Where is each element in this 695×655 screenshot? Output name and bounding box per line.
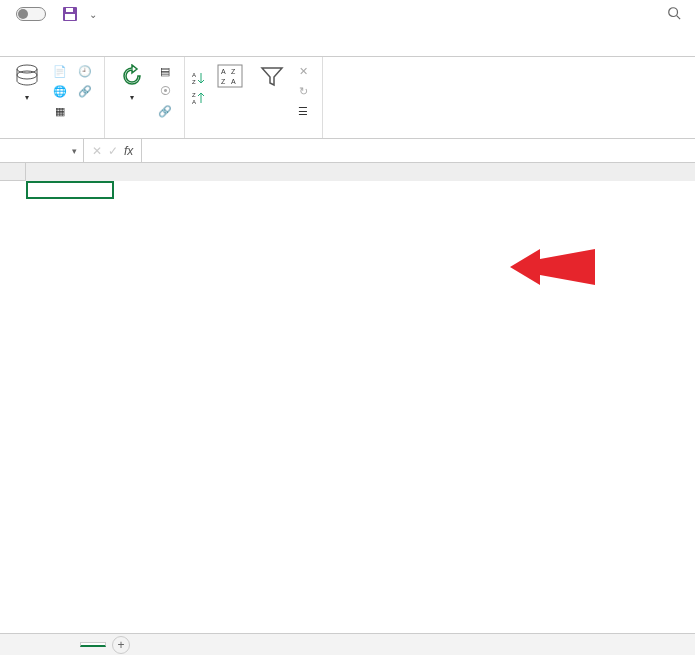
svg-point-6 bbox=[17, 71, 37, 79]
svg-point-3 bbox=[669, 7, 678, 16]
refresh-all-button[interactable]: ▾ bbox=[111, 60, 153, 103]
chevron-down-icon: ▾ bbox=[130, 94, 134, 103]
svg-text:Z: Z bbox=[231, 68, 236, 75]
sort-button[interactable]: AZZA bbox=[211, 60, 249, 92]
svg-text:Z: Z bbox=[192, 79, 196, 85]
svg-line-4 bbox=[677, 15, 681, 19]
clear-button[interactable]: ✕ bbox=[295, 62, 316, 80]
chevron-down-icon: ▾ bbox=[25, 94, 29, 103]
ribbon-group-queries: ▾ ▤ ⦿ 🔗 bbox=[105, 57, 185, 138]
ribbon: ▾ 📄 🌐 ▦ 🕘 🔗 ▾ ▤ bbox=[0, 57, 695, 139]
formula-bar: ▾ ✕ ✓ fx bbox=[0, 139, 695, 163]
sort-desc-button[interactable]: ZA bbox=[191, 89, 207, 107]
recent-icon: 🕘 bbox=[77, 63, 93, 79]
clear-icon: ✕ bbox=[295, 63, 311, 79]
existing-connections-button[interactable]: 🔗 bbox=[77, 82, 98, 100]
svg-text:A: A bbox=[231, 78, 236, 85]
filter-button[interactable] bbox=[253, 60, 291, 92]
cancel-icon[interactable]: ✕ bbox=[92, 144, 102, 158]
sort-asc-icon: AZ bbox=[191, 70, 207, 86]
database-icon bbox=[14, 62, 40, 90]
table-icon: ▦ bbox=[52, 103, 68, 119]
from-table-range-button[interactable]: ▦ bbox=[52, 102, 73, 120]
ribbon-group-sort-filter: AZ ZA AZZA ✕ ↻ ☰ bbox=[185, 57, 323, 138]
queries-icon: ▤ bbox=[157, 63, 173, 79]
advanced-button[interactable]: ☰ bbox=[295, 102, 316, 120]
name-box[interactable]: ▾ bbox=[0, 139, 84, 162]
chevron-down-icon: ▾ bbox=[72, 146, 77, 156]
reapply-button[interactable]: ↻ bbox=[295, 82, 316, 100]
autosave-toggle[interactable] bbox=[16, 7, 46, 21]
svg-text:Z: Z bbox=[192, 92, 196, 98]
search-box[interactable] bbox=[637, 6, 687, 23]
from-text-csv-button[interactable]: 📄 bbox=[52, 62, 73, 80]
select-all-corner[interactable] bbox=[0, 163, 26, 181]
document-name[interactable]: ⌄ bbox=[86, 9, 97, 20]
sheet-tab-sheet1[interactable] bbox=[80, 642, 106, 647]
web-icon: 🌐 bbox=[52, 83, 68, 99]
ribbon-group-get-transform: ▾ 📄 🌐 ▦ 🕘 🔗 bbox=[0, 57, 105, 138]
edit-links-icon: 🔗 bbox=[157, 103, 173, 119]
svg-text:Z: Z bbox=[221, 78, 226, 85]
recent-sources-button[interactable]: 🕘 bbox=[77, 62, 98, 80]
edit-links-button[interactable]: 🔗 bbox=[157, 102, 178, 120]
properties-button[interactable]: ⦿ bbox=[157, 82, 178, 100]
add-sheet-button[interactable]: + bbox=[112, 636, 130, 654]
svg-text:A: A bbox=[192, 99, 196, 105]
spreadsheet-grid[interactable] bbox=[0, 163, 695, 181]
annotation-arrow bbox=[510, 237, 600, 297]
connections-icon: 🔗 bbox=[77, 83, 93, 99]
properties-icon: ⦿ bbox=[157, 83, 173, 99]
fx-icon[interactable]: fx bbox=[124, 144, 133, 158]
svg-text:A: A bbox=[192, 72, 196, 78]
svg-text:A: A bbox=[221, 68, 226, 75]
from-web-button[interactable]: 🌐 bbox=[52, 82, 73, 100]
get-data-button[interactable]: ▾ bbox=[6, 60, 48, 103]
svg-rect-2 bbox=[65, 14, 75, 20]
svg-marker-16 bbox=[510, 249, 595, 285]
title-bar: ⌄ bbox=[0, 0, 695, 28]
reapply-icon: ↻ bbox=[295, 83, 311, 99]
queries-connections-button[interactable]: ▤ bbox=[157, 62, 178, 80]
group-label bbox=[191, 134, 316, 136]
sort-icon: AZZA bbox=[217, 62, 243, 90]
svg-rect-1 bbox=[66, 8, 73, 12]
refresh-icon bbox=[120, 62, 144, 90]
active-cell-indicator bbox=[26, 181, 114, 199]
group-label bbox=[111, 134, 178, 136]
group-label bbox=[6, 134, 98, 136]
save-icon[interactable] bbox=[62, 6, 78, 22]
enter-icon[interactable]: ✓ bbox=[108, 144, 118, 158]
sort-asc-button[interactable]: AZ bbox=[191, 69, 207, 87]
chevron-down-icon: ⌄ bbox=[89, 9, 97, 20]
sort-desc-icon: ZA bbox=[191, 90, 207, 106]
menu-tabs bbox=[0, 28, 695, 56]
sheet-tab-bar: + bbox=[0, 633, 695, 655]
advanced-icon: ☰ bbox=[295, 103, 311, 119]
text-file-icon: 📄 bbox=[52, 63, 68, 79]
filter-icon bbox=[260, 62, 284, 90]
search-icon bbox=[667, 6, 681, 23]
